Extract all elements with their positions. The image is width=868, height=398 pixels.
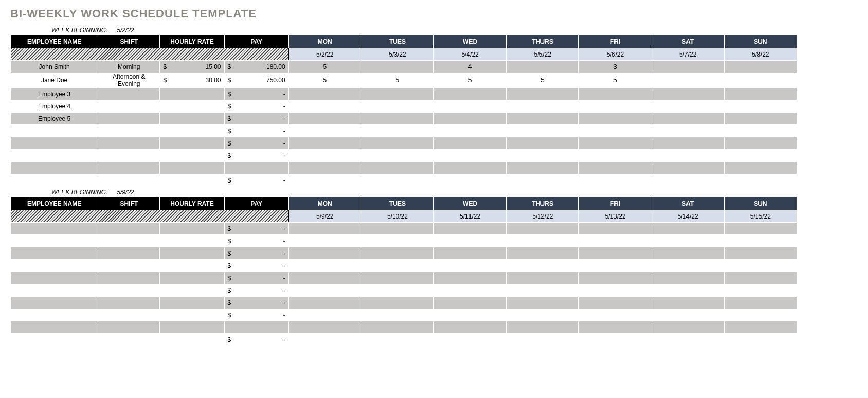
cell-hours[interactable]	[507, 61, 579, 73]
cell-employee-name[interactable]	[11, 137, 98, 150]
cell-shift[interactable]	[98, 137, 160, 150]
cell-hours[interactable]	[288, 247, 361, 260]
cell-hours[interactable]: 5	[579, 73, 652, 88]
cell-hourly-rate[interactable]	[160, 223, 224, 235]
cell-hours[interactable]	[507, 125, 579, 137]
cell-shift[interactable]	[98, 309, 160, 321]
cell-hours[interactable]	[724, 309, 797, 321]
cell-hours[interactable]	[507, 247, 579, 260]
cell-shift[interactable]	[98, 297, 160, 309]
cell-hours[interactable]	[434, 88, 507, 100]
cell-shift[interactable]: Morning	[98, 61, 160, 73]
cell-shift[interactable]	[98, 100, 160, 113]
cell-hours[interactable]	[724, 137, 797, 150]
cell-shift[interactable]	[98, 260, 160, 272]
cell-hourly-rate[interactable]	[160, 113, 224, 125]
cell-shift[interactable]	[98, 162, 160, 174]
cell-hours[interactable]: 5	[434, 73, 507, 88]
cell-hours[interactable]: 5	[288, 73, 361, 88]
cell-hours[interactable]	[288, 297, 361, 309]
cell-hours[interactable]	[579, 321, 652, 334]
cell-hours[interactable]	[724, 174, 797, 187]
cell-hours[interactable]	[579, 162, 652, 174]
cell-hours[interactable]	[434, 272, 507, 284]
cell-employee-name[interactable]	[11, 284, 98, 297]
cell-hours[interactable]	[579, 150, 652, 162]
cell-hours[interactable]	[361, 284, 433, 297]
cell-hours[interactable]	[652, 113, 724, 125]
cell-hours[interactable]	[361, 321, 433, 334]
cell-hourly-rate[interactable]	[160, 88, 224, 100]
cell-hours[interactable]	[361, 61, 433, 73]
cell-hours[interactable]	[579, 272, 652, 284]
cell-employee-name[interactable]	[11, 150, 98, 162]
cell-hours[interactable]	[507, 260, 579, 272]
cell-hours[interactable]	[579, 247, 652, 260]
cell-hours[interactable]	[652, 162, 724, 174]
cell-hours[interactable]	[507, 88, 579, 100]
cell-hours[interactable]	[652, 235, 724, 247]
cell-hours[interactable]	[361, 174, 433, 187]
cell-hours[interactable]	[724, 113, 797, 125]
cell-hours[interactable]	[652, 61, 724, 73]
cell-shift[interactable]	[98, 223, 160, 235]
cell-hours[interactable]	[288, 113, 361, 125]
cell-hours[interactable]	[507, 309, 579, 321]
cell-hours[interactable]	[507, 223, 579, 235]
cell-hourly-rate[interactable]	[160, 297, 224, 309]
cell-hourly-rate[interactable]	[160, 235, 224, 247]
cell-hours[interactable]	[361, 260, 433, 272]
cell-employee-name[interactable]: Employee 5	[11, 113, 98, 125]
cell-hours[interactable]	[288, 100, 361, 113]
cell-employee-name[interactable]: Jane Doe	[11, 73, 98, 88]
cell-hours[interactable]	[724, 260, 797, 272]
cell-hours[interactable]	[361, 113, 433, 125]
cell-hours[interactable]	[507, 137, 579, 150]
cell-hours[interactable]	[724, 150, 797, 162]
cell-hours[interactable]	[361, 247, 433, 260]
cell-shift[interactable]	[98, 174, 160, 187]
cell-hours[interactable]	[652, 309, 724, 321]
cell-hours[interactable]	[434, 297, 507, 309]
cell-employee-name[interactable]	[11, 162, 98, 174]
cell-hours[interactable]	[579, 297, 652, 309]
cell-hours[interactable]	[579, 88, 652, 100]
cell-hours[interactable]: 5	[361, 73, 433, 88]
cell-hours[interactable]	[288, 150, 361, 162]
cell-hours[interactable]	[434, 235, 507, 247]
cell-hours[interactable]	[288, 272, 361, 284]
cell-hours[interactable]	[434, 137, 507, 150]
cell-employee-name[interactable]	[11, 235, 98, 247]
cell-hours[interactable]	[361, 88, 433, 100]
cell-hours[interactable]	[507, 334, 579, 346]
cell-employee-name[interactable]	[11, 223, 98, 235]
cell-hours[interactable]	[724, 235, 797, 247]
cell-hours[interactable]	[652, 247, 724, 260]
cell-hours[interactable]	[579, 113, 652, 125]
cell-hours[interactable]	[507, 113, 579, 125]
cell-hours[interactable]	[288, 137, 361, 150]
cell-hours[interactable]	[434, 162, 507, 174]
cell-hourly-rate[interactable]	[160, 272, 224, 284]
cell-hourly-rate[interactable]	[160, 137, 224, 150]
cell-hourly-rate[interactable]	[160, 334, 224, 346]
cell-hours[interactable]	[579, 100, 652, 113]
cell-hours[interactable]	[652, 260, 724, 272]
cell-shift[interactable]	[98, 235, 160, 247]
cell-shift[interactable]	[98, 150, 160, 162]
cell-hours[interactable]	[507, 162, 579, 174]
cell-hours[interactable]	[652, 150, 724, 162]
cell-hours[interactable]	[434, 223, 507, 235]
cell-hours[interactable]	[288, 125, 361, 137]
cell-hours[interactable]	[724, 125, 797, 137]
cell-hourly-rate[interactable]	[160, 125, 224, 137]
cell-shift[interactable]: Afternoon & Evening	[98, 73, 160, 88]
cell-hours[interactable]	[361, 100, 433, 113]
cell-employee-name[interactable]	[11, 272, 98, 284]
cell-hours[interactable]	[288, 88, 361, 100]
cell-hours[interactable]	[361, 137, 433, 150]
cell-hours[interactable]	[652, 297, 724, 309]
cell-hourly-rate[interactable]	[160, 309, 224, 321]
cell-employee-name[interactable]	[11, 321, 98, 334]
cell-hours[interactable]	[724, 297, 797, 309]
